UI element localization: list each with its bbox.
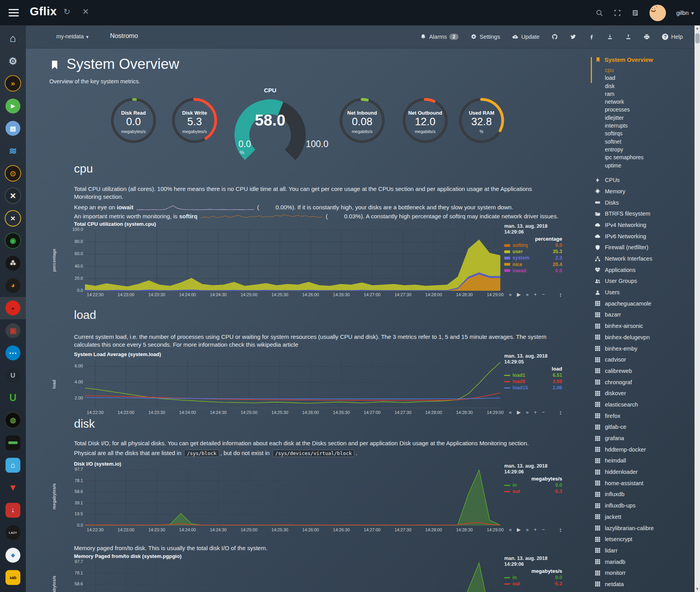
disk-legend-in[interactable]: in0.0 [504,482,562,488]
load-legend-load15[interactable]: load152.06 [504,385,562,391]
disk-resize-handle-icon[interactable]: ↕ [559,526,565,533]
pan-backward-icon[interactable]: « [509,409,512,416]
memory-paged-chart[interactable] [85,562,500,592]
play-icon[interactable]: ▶ [517,409,521,416]
scrollbar-thumb[interactable] [695,33,700,43]
sidebar-app-settings[interactable]: ⚙ [0,50,26,72]
play-icon[interactable]: ▶ [517,292,521,299]
net-inbound-gauge-chart[interactable]: Net Inbound0.08megabits/s [337,95,388,155]
menu-app-cadvisor[interactable]: cadvisor [590,354,695,365]
sidebar-app-nextcloud[interactable]: ⋯ [0,342,26,364]
net-outbound-gauge-chart[interactable]: Net Outbound12.0megabits/s [400,95,451,155]
menu-app-home-assistant[interactable]: home-assistant [590,477,695,489]
menu-app-firefox[interactable]: firefox [590,410,695,421]
load-legend-load5[interactable]: load52.68 [504,378,562,385]
page-scrollbar[interactable]: ▲ ▼ [695,25,700,592]
menu-app-mariadb[interactable]: mariadb [590,556,695,567]
sidebar-app-duplicati[interactable]: ◆ [0,544,26,566]
menu-link-uptime[interactable]: uptime [605,162,695,169]
github-link[interactable] [552,34,558,40]
disk-legend-out[interactable]: out-5.3 [504,488,562,495]
menu-app-letsencrypt[interactable]: letsencrypt [590,534,695,545]
sidebar-app-calibre-web[interactable]: ▤ [0,117,26,140]
cpu-gauge-chart[interactable]: CPU58.00.0100.0% [219,87,321,159]
scroll-up-arrow-icon[interactable]: ▲ [695,25,700,31]
memory-paged-legend-in[interactable]: in0.0 [504,574,562,581]
menu-app-bazarr[interactable]: bazarr [590,309,695,320]
refresh-icon[interactable]: ↻ [63,7,70,16]
menu-app-calibreweb[interactable]: calibreweb [590,365,695,377]
cpu-resize-handle-icon[interactable]: ↕ [559,291,565,298]
server-selector-dropdown[interactable]: my-netdata ▼ [56,33,89,40]
pan-forward-icon[interactable]: » [526,409,529,416]
menu-section-ipv6-networking[interactable]: IPv6 Networking [590,230,695,242]
zoom-out-icon[interactable]: − [542,409,545,416]
changelog-icon[interactable] [631,9,639,17]
cpu-legend-iowait[interactable]: iowait0.0 [504,268,562,274]
menu-section-ipv4-networking[interactable]: IPv4 Networking [590,220,695,231]
menu-app-monitorr[interactable]: monitorr [590,567,695,579]
alarms-button[interactable]: Alarms2 [420,34,458,40]
import-snapshot-button[interactable] [607,34,613,40]
menu-link-network[interactable]: network [605,98,695,106]
sidebar-app-deluge[interactable]: ◉ [0,230,26,252]
load-legend-load1[interactable]: load16.51 [504,372,562,378]
menu-app-jackett[interactable]: jackett [590,511,695,522]
menu-app-hddtemp-docker[interactable]: hddtemp-docker [590,444,695,455]
print-button[interactable] [644,34,650,40]
menu-link-softnet[interactable]: softnet [605,138,695,146]
menu-link-cpu[interactable]: cpu [605,66,695,74]
menu-link-disk[interactable]: disk [605,82,695,90]
close-tab-icon[interactable]: ✕ [82,7,89,16]
menu-app-apacheguacamole[interactable]: apacheguacamole [590,298,695,309]
sidebar-app-home[interactable]: ⌂ [0,27,26,50]
menu-app-hiddenloader[interactable]: hiddenloader [590,466,695,478]
menu-section-applications[interactable]: Applications [590,264,695,275]
user-avatar[interactable] [649,5,666,21]
zoom-in-icon[interactable]: + [534,527,537,534]
zoom-out-icon[interactable]: − [542,527,545,534]
sidebar-app-home-assistant[interactable]: ⌂ [0,454,26,476]
sidebar-app-sonarr[interactable]: × [0,185,26,207]
cpu-legend-nice[interactable]: nice20.4 [504,261,562,268]
sidebar-app-sabnzbd[interactable]: sab [0,566,26,588]
sidebar-app-jackett-search[interactable]: ⊙ [0,162,26,184]
menu-app-gitlab-ce[interactable]: gitlab-ce [590,421,695,433]
hamburger-menu-icon[interactable] [9,9,19,17]
menu-app-netdata[interactable]: netdata [590,579,695,590]
menu-section-disks[interactable]: Disks [590,197,695,208]
menu-app-elasticsearch[interactable]: elasticsearch [590,399,695,410]
scroll-down-arrow-icon[interactable]: ▼ [695,586,700,592]
menu-section-user-groups[interactable]: User Groups [590,275,695,287]
pan-forward-icon[interactable]: » [526,292,529,299]
menu-link-idlejitter[interactable]: idlejitter [605,114,695,122]
menu-link-interrupts[interactable]: interrupts [605,122,695,130]
cpu-legend-user[interactable]: user35.3 [504,248,562,255]
menu-section-btrfs-filesystem[interactable]: BTRFS filesystem [590,208,695,220]
sidebar-app-grafana[interactable]: ◕ [0,274,26,297]
sidebar-app-plex[interactable]: » [0,72,26,95]
pan-backward-icon[interactable]: « [509,292,512,299]
zoom-out-icon[interactable]: − [542,292,545,299]
menu-section-firewall-netfilter-[interactable]: Firewall (netfilter) [590,242,695,253]
cpu-legend-system[interactable]: system2.3 [504,255,562,261]
menu-link-ipc-semaphores[interactable]: ipc semaphores [605,153,695,161]
menu-app-lidarr[interactable]: lidarr [590,545,695,556]
menu-link-ram[interactable]: ram [605,90,695,98]
menu-app-binhex-delugevpn[interactable]: binhex-delugevpn [590,331,695,343]
menu-app-binhex-emby[interactable]: binhex-emby [590,343,695,354]
menu-link-load[interactable]: load [605,74,695,82]
menu-header-system-overview[interactable]: System Overview [590,55,695,64]
disk-write-gauge-chart[interactable]: Disk Write5.3megabytes/s [169,95,220,155]
disk-chart[interactable] [85,470,500,525]
sidebar-app-unmanic[interactable]: U [0,387,26,409]
sidebar-app-emby[interactable]: ▶ [0,95,26,117]
sidebar-app-pihole[interactable]: ● [0,297,26,319]
sidebar-app-youtube-dl[interactable]: ↓ [0,499,26,521]
facebook-link[interactable] [588,34,595,40]
sidebar-app-lazylibrarian[interactable]: LAZY [0,522,26,544]
menu-app-lazylibrarian-calibre[interactable]: lazylibrarian-calibre [590,522,695,534]
sidebar-app-radarr[interactable]: × [0,207,26,229]
sidebar-app-shellinabox[interactable]: ◍ [0,409,26,432]
twitter-link[interactable] [570,34,576,40]
